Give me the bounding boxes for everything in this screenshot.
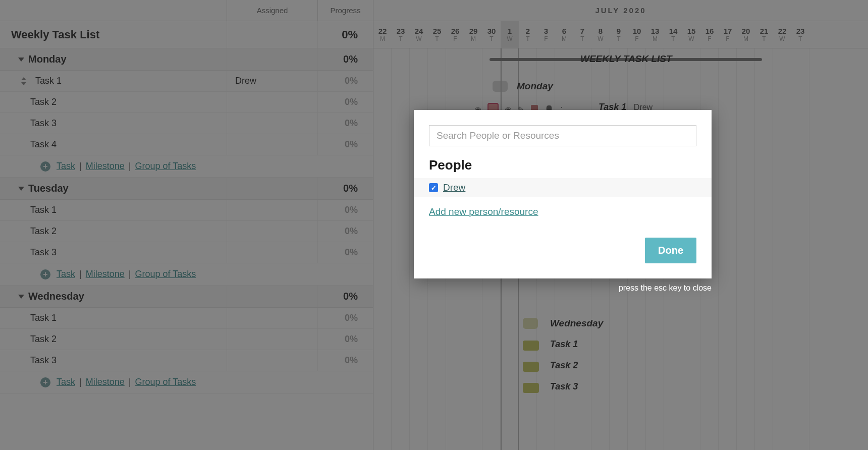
add-person-link[interactable]: Add new person/resource	[429, 206, 696, 217]
search-input[interactable]	[429, 125, 696, 146]
person-row[interactable]: ✓ Drew	[414, 178, 712, 197]
people-heading: People	[429, 157, 696, 173]
person-name-link[interactable]: Drew	[443, 182, 465, 193]
checkbox-checked-icon[interactable]: ✓	[429, 183, 438, 192]
assign-people-modal: People ✓ Drew Add new person/resource Do…	[414, 110, 712, 278]
esc-hint: press the esc key to close	[619, 284, 712, 293]
done-button[interactable]: Done	[645, 238, 696, 263]
